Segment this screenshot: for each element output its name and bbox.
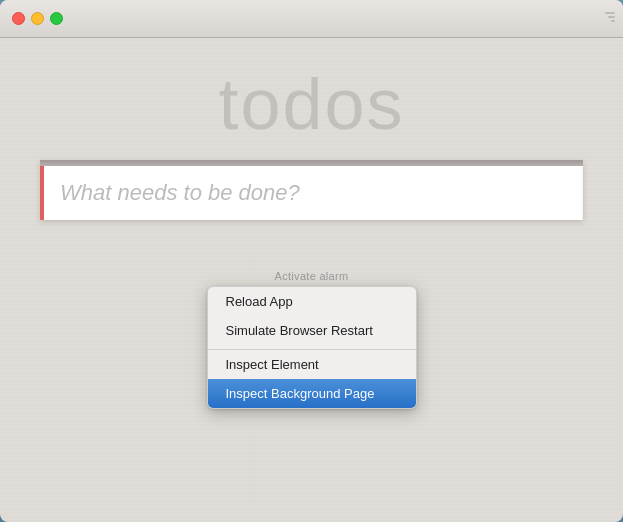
context-menu-area: Activate alarm Reload App Simulate Brows… bbox=[207, 270, 417, 409]
traffic-lights bbox=[12, 12, 63, 25]
minimize-button[interactable] bbox=[31, 12, 44, 25]
resize-icon bbox=[599, 6, 615, 22]
todo-input-placeholder: What needs to be done? bbox=[60, 180, 300, 206]
todo-input-container: What needs to be done? bbox=[40, 160, 583, 220]
menu-item-inspect-background-page[interactable]: Inspect Background Page bbox=[208, 379, 416, 408]
todo-input-row[interactable]: What needs to be done? bbox=[40, 166, 583, 220]
maximize-button[interactable] bbox=[50, 12, 63, 25]
app-title: todos bbox=[30, 68, 593, 140]
title-bar bbox=[0, 0, 623, 38]
close-button[interactable] bbox=[12, 12, 25, 25]
context-menu-label: Activate alarm bbox=[275, 270, 349, 282]
menu-item-inspect-element[interactable]: Inspect Element bbox=[208, 349, 416, 379]
app-window: todos What needs to be done? Activate al… bbox=[0, 0, 623, 522]
context-menu: Reload App Simulate Browser Restart Insp… bbox=[207, 286, 417, 409]
menu-item-simulate-browser-restart[interactable]: Simulate Browser Restart bbox=[208, 316, 416, 345]
main-content: todos What needs to be done? bbox=[0, 38, 623, 250]
menu-item-reload-app[interactable]: Reload App bbox=[208, 287, 416, 316]
